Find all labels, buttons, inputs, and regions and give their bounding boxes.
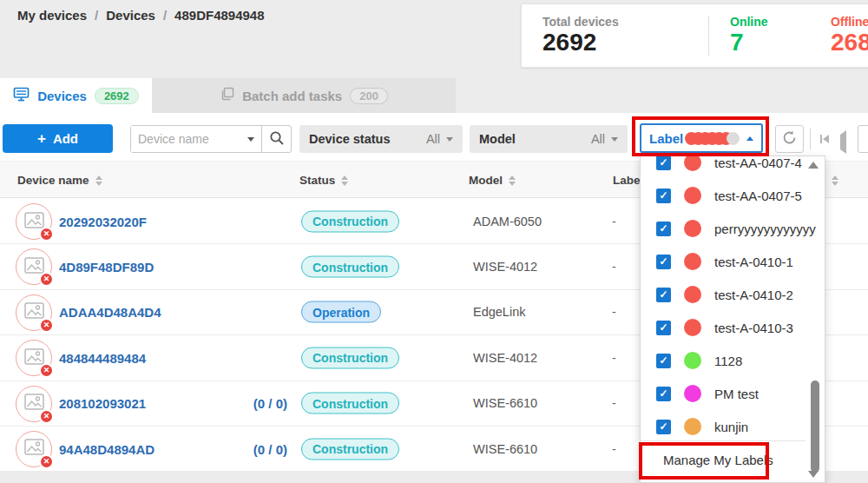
- stat-total-devices: Total devices 2692: [522, 15, 708, 56]
- label-option-text: test-AA-0407-4: [714, 155, 802, 170]
- status-badge: Operation: [301, 301, 381, 323]
- error-badge-icon: ✕: [39, 363, 54, 378]
- stat-value: 2692: [542, 30, 708, 56]
- label-option[interactable]: perryyyyyyyyyyyy: [641, 212, 806, 245]
- manage-my-labels-button[interactable]: Manage My Labels: [641, 440, 806, 467]
- device-label-cell: -: [612, 260, 616, 274]
- scrollbar-thumb[interactable]: [811, 380, 819, 473]
- filter-value: All: [426, 132, 440, 146]
- breadcrumb-separator: /: [155, 8, 174, 23]
- checkbox-checked-icon[interactable]: [656, 189, 671, 203]
- label-option-text: perryyyyyyyyyyyy: [714, 222, 816, 236]
- label-option[interactable]: test-A-0410-2: [641, 278, 806, 311]
- label-option[interactable]: test-AA-0407-4: [641, 155, 806, 179]
- column-header-status[interactable]: Status: [299, 162, 348, 199]
- checkbox-checked-icon[interactable]: [656, 321, 671, 335]
- label-color-swatch: [727, 132, 740, 145]
- search-field-dropdown-toggle[interactable]: [240, 137, 261, 142]
- label-option-text: kunjin: [714, 420, 748, 434]
- error-badge-icon: ✕: [39, 272, 54, 287]
- refresh-button[interactable]: [775, 125, 804, 153]
- first-page-icon[interactable]: [820, 135, 829, 143]
- column-header-device-name[interactable]: Device name: [17, 162, 102, 199]
- refresh-icon: [781, 129, 798, 149]
- label-option[interactable]: test-A-0410-1: [641, 245, 806, 278]
- sort-icon[interactable]: [95, 175, 102, 186]
- device-avatar: ✕: [16, 294, 52, 331]
- device-name-link[interactable]: 484844489484: [59, 350, 146, 365]
- device-model: WISE-6610: [473, 396, 537, 410]
- tab-label: Devices: [37, 89, 87, 103]
- breadcrumb-my-devices[interactable]: My devices: [17, 8, 87, 23]
- device-status-filter[interactable]: Device status All: [299, 125, 463, 153]
- search-button[interactable]: [262, 126, 291, 152]
- scroll-down-icon[interactable]: [808, 471, 819, 478]
- checkbox-checked-icon[interactable]: [656, 420, 671, 434]
- magnifier-icon: [269, 130, 285, 149]
- status-badge: Construction: [301, 347, 399, 368]
- tab-batch-add-tasks[interactable]: Batch add tasks 200: [152, 78, 456, 113]
- checkbox-checked-icon[interactable]: [656, 222, 671, 236]
- label-option[interactable]: test-AA-0407-5: [641, 179, 806, 212]
- device-avatar: ✕: [16, 248, 52, 285]
- device-label-cell: -: [612, 215, 616, 228]
- label-option[interactable]: 1128: [641, 344, 806, 377]
- add-device-button[interactable]: + Add: [3, 124, 113, 153]
- stat-online: Online 7: [709, 15, 810, 56]
- device-name-link[interactable]: 208102093021: [59, 396, 146, 411]
- sort-icon[interactable]: [509, 175, 516, 186]
- device-name-link[interactable]: 94A48D4894AD: [59, 441, 155, 456]
- filter-value: All: [591, 132, 605, 146]
- checkbox-checked-icon[interactable]: [656, 354, 671, 368]
- label-color-swatch: [684, 187, 701, 204]
- label-option-text: test-A-0410-1: [714, 255, 793, 269]
- device-search-group: [130, 125, 292, 153]
- checkbox-checked-icon[interactable]: [656, 255, 671, 269]
- sort-icon[interactable]: [341, 175, 348, 186]
- page-number-input[interactable]: [858, 125, 868, 153]
- breadcrumb-device-id: 489DF4894948: [174, 8, 264, 23]
- device-label-cell: -: [612, 305, 616, 319]
- error-badge-icon: ✕: [39, 454, 54, 469]
- tab-devices[interactable]: Devices 2692: [0, 78, 152, 113]
- model-filter[interactable]: Model All: [470, 125, 628, 153]
- checkbox-checked-icon[interactable]: [656, 155, 671, 170]
- device-name-link[interactable]: 20292032020F: [59, 214, 147, 228]
- chevron-down-icon: [446, 137, 453, 142]
- device-name-link[interactable]: ADAA4D48A4D4: [59, 305, 161, 320]
- tab-bar: Devices 2692 Batch add tasks 200: [0, 78, 868, 113]
- status-badge: Construction: [301, 438, 399, 460]
- breadcrumb-devices[interactable]: Devices: [106, 8, 155, 23]
- stat-value: 268: [831, 30, 868, 56]
- chevron-up-icon: [746, 136, 753, 141]
- scroll-up-icon[interactable]: [808, 162, 819, 169]
- device-model: WISE-6610: [473, 442, 537, 456]
- device-label-cell: -: [612, 442, 616, 456]
- add-button-label: Add: [53, 131, 78, 146]
- sort-icon[interactable]: [832, 175, 838, 186]
- device-avatar: ✕: [16, 386, 52, 422]
- label-option[interactable]: kunjin: [641, 410, 806, 443]
- previous-page-icon[interactable]: [840, 135, 846, 150]
- column-header-cut[interactable]: [825, 162, 838, 199]
- label-color-swatch: [684, 385, 701, 402]
- filter-label: Model: [479, 132, 516, 146]
- column-header-model[interactable]: Model: [469, 162, 516, 199]
- device-avatar: ✕: [16, 431, 52, 467]
- label-color-swatch: [684, 155, 701, 171]
- label-option[interactable]: test-A-0410-3: [641, 311, 806, 344]
- checkbox-checked-icon[interactable]: [656, 288, 671, 302]
- device-name-link[interactable]: 4D89F48DF89D: [59, 260, 154, 275]
- label-option-list: test-AA-0407-4 test-AA-0407-5 perryyyyyy…: [641, 155, 806, 443]
- label-option-text: PM test: [714, 387, 759, 401]
- stat-offline: Offline 268: [810, 15, 868, 56]
- divider: [810, 129, 811, 149]
- checkbox-checked-icon[interactable]: [656, 387, 671, 401]
- label-filter[interactable]: Label: [640, 123, 763, 153]
- label-option[interactable]: PM test: [641, 377, 806, 410]
- tab-count-badge: 200: [350, 88, 388, 104]
- chevron-down-icon: [611, 137, 618, 142]
- column-header-label[interactable]: Label: [613, 162, 643, 199]
- device-model: ADAM-6050: [473, 215, 542, 228]
- device-name-search-input[interactable]: [131, 126, 240, 152]
